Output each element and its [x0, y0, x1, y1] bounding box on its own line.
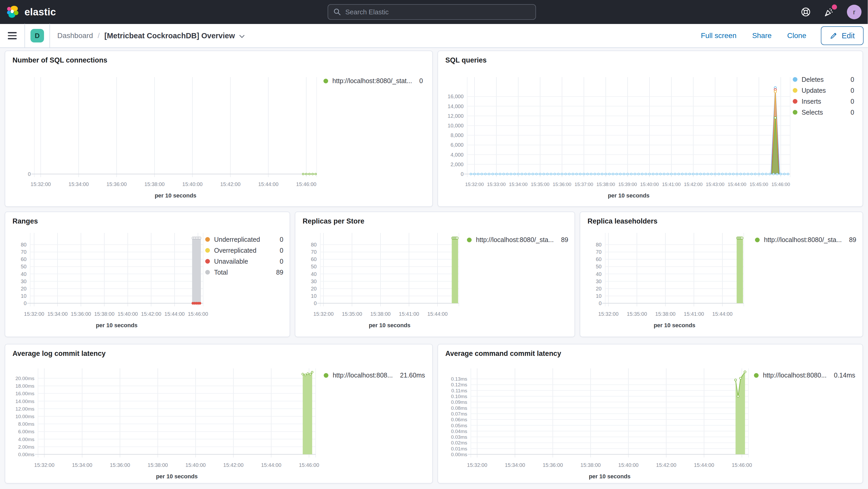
- panel-replicas-per-store: Replicas per Store 0102030405060708015:3…: [295, 212, 575, 337]
- svg-text:12,000: 12,000: [448, 113, 464, 119]
- chart-legend: http://localhost:8080...0.14ms: [754, 371, 855, 379]
- svg-text:60: 60: [21, 256, 27, 262]
- chart-title: Replica leaseholders: [588, 217, 658, 225]
- svg-text:8,000: 8,000: [451, 132, 464, 138]
- legend-color-dot: [793, 99, 798, 104]
- legend-color-dot: [793, 77, 798, 82]
- legend-item[interactable]: Inserts0: [793, 96, 854, 107]
- svg-text:10.00ms: 10.00ms: [16, 414, 34, 419]
- legend-item[interactable]: http://localhost:8080/_sta...89: [467, 236, 568, 244]
- svg-text:per 10 seconds: per 10 seconds: [155, 192, 196, 199]
- notification-dot: [832, 4, 837, 10]
- svg-text:10: 10: [311, 293, 317, 299]
- chart-replicas-per-store[interactable]: 0102030405060708015:32:0015:35:0015:38:0…: [300, 227, 468, 333]
- legend-item[interactable]: http://localhost:808...21.60ms: [324, 371, 425, 379]
- menu-button[interactable]: [0, 24, 25, 48]
- svg-text:0.13ms: 0.13ms: [451, 376, 467, 382]
- legend-item[interactable]: http://localhost:8080...0.14ms: [754, 371, 855, 379]
- legend-label: Underreplicated: [214, 236, 276, 243]
- breadcrumb-separator: /: [98, 32, 100, 40]
- chart-avg-log-commit-latency[interactable]: 0.00ms2.00ms4.00ms6.00ms8.00ms10.00ms12.…: [9, 358, 324, 484]
- panel-average-log-commit-latency: Average log commit latency 0.00ms2.00ms4…: [5, 344, 433, 484]
- panel-sql-queries: SQL queries 02,0004,0006,0008,00010,0001…: [437, 51, 863, 207]
- legend-item[interactable]: http://localhost:8080/_stat...0: [323, 77, 423, 85]
- svg-text:14.00ms: 14.00ms: [16, 399, 34, 404]
- legend-item[interactable]: Underreplicated0: [205, 234, 283, 245]
- dashboard-toolbar: D Dashboard / [Metricbeat CockroachDB] O…: [0, 24, 868, 48]
- svg-text:50: 50: [311, 264, 317, 269]
- chevron-down-icon[interactable]: [239, 35, 245, 38]
- svg-text:15:44:00: 15:44:00: [258, 181, 278, 187]
- svg-text:15:36:00: 15:36:00: [71, 311, 91, 317]
- whats-new-button[interactable]: [824, 6, 834, 18]
- svg-text:40: 40: [21, 271, 27, 277]
- svg-text:15:34:00: 15:34:00: [509, 182, 528, 187]
- search-field[interactable]: [345, 8, 530, 16]
- space-selector: D: [25, 24, 50, 48]
- svg-text:15:32:00: 15:32:00: [34, 462, 55, 468]
- legend-item[interactable]: Updates0: [793, 85, 854, 96]
- svg-text:0.00ms: 0.00ms: [18, 452, 34, 457]
- legend-value: 0: [850, 109, 854, 116]
- legend-item[interactable]: Unavailable0: [205, 256, 283, 267]
- chart-sql-queries[interactable]: 02,0004,0006,0008,00010,00012,00014,0001…: [442, 68, 801, 203]
- svg-text:0.01ms: 0.01ms: [451, 446, 467, 452]
- svg-text:60: 60: [311, 256, 317, 262]
- svg-text:per 10 seconds: per 10 seconds: [608, 192, 650, 199]
- panel-number-of-sql-connections: Number of SQL connections 015:32:0015:34…: [5, 51, 433, 207]
- hamburger-icon: [8, 32, 17, 33]
- legend-item[interactable]: Selects0: [793, 107, 854, 118]
- legend-item[interactable]: Overreplicated0: [205, 245, 283, 256]
- avatar-initial: r: [853, 8, 856, 16]
- chart-title: SQL queries: [445, 56, 487, 64]
- legend-color-dot: [205, 270, 210, 275]
- elastic-logo[interactable]: elastic: [6, 5, 56, 19]
- legend-color-dot: [754, 373, 758, 378]
- chart-ranges[interactable]: 0102030405060708015:32:0015:34:0015:36:0…: [9, 227, 214, 333]
- chart-avg-command-commit-latency[interactable]: 0.00ms0.01ms0.02ms0.03ms0.04ms0.05ms0.06…: [442, 358, 757, 484]
- share-button[interactable]: Share: [752, 32, 772, 40]
- chart-legend: http://localhost:8080/_sta...89: [467, 236, 568, 244]
- svg-text:0.11ms: 0.11ms: [451, 388, 467, 393]
- svg-text:15:32:00: 15:32:00: [30, 181, 51, 187]
- chart-title: Number of SQL connections: [12, 56, 107, 64]
- edit-button[interactable]: Edit: [821, 26, 864, 45]
- user-avatar[interactable]: r: [847, 5, 862, 19]
- chart-replica-leaseholders[interactable]: 0102030405060708015:32:0015:35:0015:38:0…: [584, 227, 753, 333]
- svg-text:15:36:00: 15:36:00: [106, 181, 127, 187]
- legend-label: http://localhost:8080/_stat...: [332, 77, 412, 85]
- svg-text:30: 30: [311, 278, 317, 284]
- svg-text:0.04ms: 0.04ms: [451, 429, 467, 434]
- chart-title: Ranges: [12, 217, 38, 225]
- chart-sql-connections[interactable]: 015:32:0015:34:0015:36:0015:38:0015:40:0…: [9, 68, 323, 203]
- search-input[interactable]: [328, 4, 536, 20]
- clone-button[interactable]: Clone: [787, 32, 806, 40]
- svg-text:15:35:00: 15:35:00: [531, 182, 550, 187]
- svg-text:20: 20: [311, 286, 317, 292]
- svg-text:4,000: 4,000: [451, 152, 464, 158]
- legend-label: http://localhost:8080/_sta...: [476, 236, 554, 244]
- svg-text:15:41:00: 15:41:00: [662, 182, 681, 187]
- svg-text:15:40:00: 15:40:00: [640, 182, 659, 187]
- legend-value: 0: [850, 76, 854, 83]
- legend-item[interactable]: Total89: [205, 267, 283, 278]
- space-badge[interactable]: D: [30, 29, 44, 42]
- svg-text:0: 0: [28, 171, 31, 177]
- svg-text:15:40:00: 15:40:00: [182, 181, 203, 187]
- page-title[interactable]: [Metricbeat CockroachDB] Overview: [104, 32, 235, 40]
- svg-text:15:44:00: 15:44:00: [727, 182, 746, 187]
- full-screen-button[interactable]: Full screen: [701, 32, 737, 40]
- svg-text:50: 50: [21, 264, 27, 269]
- svg-text:15:38:00: 15:38:00: [370, 311, 391, 317]
- breadcrumb-dashboard-link[interactable]: Dashboard: [57, 32, 93, 40]
- svg-text:15:36:00: 15:36:00: [553, 182, 571, 187]
- svg-text:40: 40: [311, 271, 317, 277]
- help-button[interactable]: [801, 7, 811, 17]
- header-actions: r: [801, 5, 862, 19]
- legend-item[interactable]: Deletes0: [793, 74, 854, 85]
- legend-label: Total: [214, 269, 272, 276]
- svg-text:10,000: 10,000: [448, 123, 464, 128]
- legend-value: 0.14ms: [834, 371, 855, 379]
- legend-item[interactable]: http://localhost:8080/_sta...89: [755, 236, 856, 244]
- svg-text:15:46:00: 15:46:00: [732, 462, 752, 468]
